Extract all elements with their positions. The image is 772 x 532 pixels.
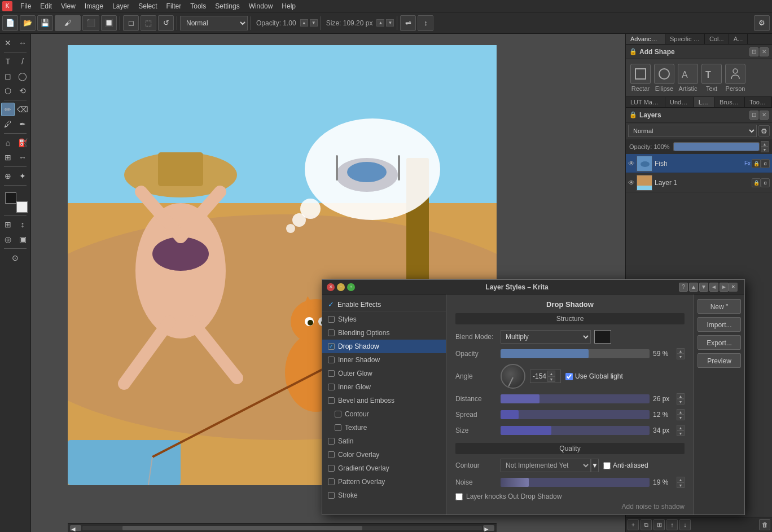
shape-btn-artistic[interactable]: A bbox=[678, 64, 698, 84]
layer-lock-layer1[interactable]: 🔒 bbox=[752, 178, 761, 187]
stroke-item[interactable]: Stroke bbox=[322, 489, 446, 502]
angle-spin-up-btn[interactable]: ▲ bbox=[547, 371, 555, 376]
gradient-tool[interactable]: ⊞ bbox=[1, 151, 15, 164]
menu-edit[interactable]: Edit bbox=[36, 1, 56, 11]
stroke-checkbox[interactable] bbox=[328, 492, 335, 499]
size-slider-track[interactable] bbox=[501, 426, 650, 435]
settings-btn[interactable]: ⚙ bbox=[754, 15, 770, 31]
calligraphy-tool[interactable]: ✒ bbox=[16, 117, 29, 131]
menu-file[interactable]: File bbox=[16, 1, 36, 11]
drop-shadow-item[interactable]: ✓ Drop Shadow bbox=[322, 340, 446, 353]
dialog-arrow-right-btn[interactable]: ► bbox=[720, 283, 729, 292]
noise-spin-down-btn[interactable]: ▼ bbox=[677, 482, 685, 488]
menu-window[interactable]: Window bbox=[244, 1, 278, 11]
paint-tool-btn[interactable]: 🖌 bbox=[55, 15, 81, 31]
opacity-up[interactable]: ▲ bbox=[300, 19, 308, 27]
styles-checkbox[interactable] bbox=[328, 316, 335, 323]
dialog-arrow-up-btn[interactable]: ▲ bbox=[689, 283, 698, 292]
tab-a[interactable]: A... bbox=[729, 34, 748, 44]
opacity-spin-up-btn[interactable]: ▲ bbox=[677, 348, 685, 354]
size-spin-down-btn[interactable]: ▼ bbox=[677, 430, 685, 436]
shape-btn-ellipse[interactable] bbox=[654, 64, 674, 84]
dialog-close-btn[interactable]: ✕ bbox=[327, 283, 335, 291]
open-button[interactable]: 📂 bbox=[20, 15, 36, 31]
opacity-slider-track[interactable] bbox=[501, 349, 650, 358]
move-tool[interactable]: ↔ bbox=[16, 36, 29, 50]
layer-blend-mode-select[interactable]: Normal bbox=[628, 125, 757, 137]
copy-layer-btn[interactable]: ⧉ bbox=[641, 519, 652, 530]
blending-options-item[interactable]: Blending Options bbox=[322, 326, 446, 340]
inner-glow-checkbox[interactable] bbox=[328, 384, 335, 390]
contour-checkbox[interactable] bbox=[335, 411, 341, 417]
dialog-min-btn[interactable]: − bbox=[337, 283, 345, 291]
brush-preset-btn[interactable]: 🔲 bbox=[101, 15, 117, 31]
scroll-left[interactable]: ◄ bbox=[70, 525, 81, 531]
noise-spin-up-btn[interactable]: ▲ bbox=[677, 477, 685, 482]
preserve-alpha-btn[interactable]: ⬚ bbox=[141, 15, 156, 31]
contour-dropdown-arrow[interactable]: ▼ bbox=[591, 459, 599, 472]
bevel-emboss-item[interactable]: Bevel and Emboss bbox=[322, 394, 446, 407]
contour-item[interactable]: Contour bbox=[322, 407, 446, 421]
new-style-btn[interactable]: New " bbox=[698, 299, 741, 314]
rect-tool[interactable]: ◻ bbox=[1, 69, 15, 83]
tab-tool[interactable]: Tool ... bbox=[745, 97, 772, 107]
group-layer-btn[interactable]: ⊞ bbox=[653, 519, 665, 530]
color-picker-tool[interactable]: ⊕ bbox=[1, 169, 15, 183]
tab-specific-color[interactable]: Specific Colo... bbox=[665, 34, 705, 44]
line-tool[interactable]: / bbox=[16, 55, 29, 68]
gradient-overlay-checkbox[interactable] bbox=[328, 465, 335, 472]
drop-shadow-checkbox[interactable]: ✓ bbox=[328, 343, 335, 350]
pattern-tool[interactable]: ↔ bbox=[16, 151, 29, 164]
layer-knocks-checkbox[interactable] bbox=[455, 493, 463, 500]
texture-checkbox[interactable] bbox=[335, 424, 341, 431]
scroll-thumb-h[interactable] bbox=[122, 526, 362, 530]
mirror-btn[interactable]: ↺ bbox=[158, 15, 174, 31]
layers-float-btn[interactable]: ⊡ bbox=[749, 111, 758, 120]
outer-glow-item[interactable]: Outer Glow bbox=[322, 367, 446, 380]
blend-mode-select[interactable]: Normal bbox=[180, 16, 248, 30]
enable-effects-check[interactable]: ✓ bbox=[328, 300, 334, 309]
spread-spin-up-btn[interactable]: ▲ bbox=[677, 409, 685, 415]
brush-tool[interactable]: ✏ bbox=[1, 103, 15, 116]
layer-item-layer1[interactable]: 👁 Layer 1 🔒 α bbox=[626, 173, 772, 192]
panel-float-btn[interactable]: ⊡ bbox=[749, 47, 758, 56]
dialog-pin-btn[interactable]: ✕ bbox=[729, 283, 738, 292]
spread-slider-track[interactable] bbox=[501, 410, 650, 419]
angle-spin-down-btn[interactable]: ▼ bbox=[547, 376, 555, 382]
use-global-light-checkbox[interactable] bbox=[565, 373, 573, 380]
inner-shadow-checkbox[interactable] bbox=[328, 357, 335, 363]
bevel-emboss-checkbox[interactable] bbox=[328, 397, 335, 404]
shape-btn-rect[interactable] bbox=[630, 64, 651, 84]
layer-visibility-fish[interactable]: 👁 bbox=[628, 160, 635, 168]
satin-checkbox[interactable] bbox=[328, 438, 335, 445]
angle-wheel[interactable] bbox=[501, 364, 525, 389]
menu-select[interactable]: Select bbox=[134, 1, 161, 11]
move-down-btn[interactable]: ↓ bbox=[679, 519, 691, 530]
scroll-track-h[interactable] bbox=[82, 526, 482, 530]
dialog-help-btn[interactable]: ? bbox=[679, 283, 688, 292]
eraser-tool[interactable]: ⌫ bbox=[16, 103, 29, 116]
dialog-arrow-down-btn[interactable]: ▼ bbox=[699, 283, 708, 292]
move-up-btn[interactable]: ↑ bbox=[666, 519, 678, 530]
layer-lock-fish[interactable]: 🔒 bbox=[752, 159, 761, 168]
size-spin-up-btn[interactable]: ▲ bbox=[677, 425, 685, 430]
menu-help[interactable]: Help bbox=[277, 1, 300, 11]
fg-color-swatch[interactable] bbox=[5, 192, 16, 204]
bg-color-swatch[interactable] bbox=[16, 201, 28, 213]
menu-image[interactable]: Image bbox=[80, 1, 108, 11]
zoom-tool[interactable]: ⊞ bbox=[1, 218, 15, 231]
pattern-overlay-item[interactable]: Pattern Overlay bbox=[322, 475, 446, 489]
inner-shadow-item[interactable]: Inner Shadow bbox=[322, 353, 446, 367]
delete-layer-btn[interactable]: 🗑 bbox=[759, 519, 770, 530]
preview-btn[interactable]: Preview bbox=[698, 353, 741, 368]
opacity-spin-down[interactable]: ▼ bbox=[761, 147, 769, 152]
size-up[interactable]: ▲ bbox=[376, 19, 384, 27]
panel-close-btn[interactable]: ✕ bbox=[760, 47, 769, 56]
layer-options-btn[interactable]: ⚙ bbox=[758, 125, 770, 137]
tab-advanced-color[interactable]: Advanced Colo... bbox=[626, 34, 665, 44]
pattern-overlay-checkbox[interactable] bbox=[328, 478, 335, 485]
polygon-tool[interactable]: ⬡ bbox=[1, 84, 15, 98]
anti-aliased-checkbox[interactable] bbox=[603, 462, 611, 469]
noise-slider-track[interactable] bbox=[501, 478, 650, 487]
tab-lut[interactable]: LUT Mana... bbox=[626, 97, 665, 107]
